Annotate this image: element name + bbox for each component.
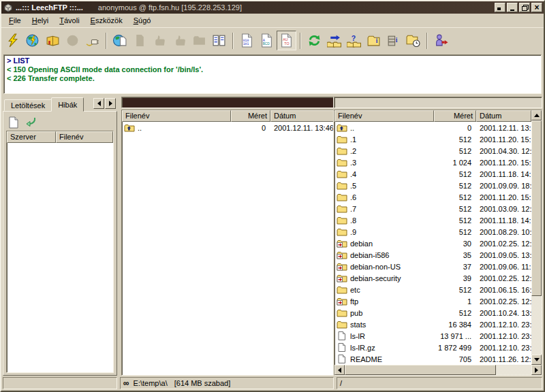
remote-column-meret[interactable]: Méret: [434, 110, 476, 122]
globe-file-icon: [113, 33, 127, 48]
menu-helyi[interactable]: Helyi: [27, 15, 54, 27]
file-row[interactable]: ..02001.12.11. 13:: [334, 122, 531, 133]
file-row[interactable]: ftp12001.02.25. 12:: [334, 295, 531, 307]
auto-mode-button[interactable]: AUTO: [277, 31, 296, 50]
up-folder-icon: [124, 123, 135, 132]
remote-column-filenev[interactable]: Filenév: [334, 110, 434, 122]
vertical-scrollbar-track[interactable]: [531, 296, 542, 355]
folder-icon: [337, 135, 347, 144]
local-column-datum[interactable]: Dátum: [270, 110, 334, 122]
file-row[interactable]: .45122001.11.18. 14:: [334, 168, 531, 180]
find-button[interactable]: ?: [344, 31, 364, 50]
server-info-button[interactable]: i: [384, 31, 403, 50]
file-date: 2001.12.10. 23:: [476, 344, 531, 352]
horizontal-scrollbar[interactable]: [334, 365, 542, 375]
scroll-right-button[interactable]: [531, 365, 542, 375]
file-date: 2001.11.26. 12:: [476, 355, 531, 363]
logout-button[interactable]: [431, 31, 451, 50]
split-download-button[interactable]: [209, 31, 229, 50]
file-row[interactable]: .31 0242001.11.20. 15:: [334, 157, 531, 168]
error-list[interactable]: Szerver Filenév: [6, 131, 114, 373]
scroll-left-button[interactable]: [334, 365, 345, 375]
menu-file[interactable]: File: [3, 15, 27, 27]
folder-info-icon: i: [367, 33, 381, 48]
file-row[interactable]: ls-lR13 971 ...2001.12.10. 23:: [334, 330, 531, 342]
local-column-filenev[interactable]: Filenév: [122, 110, 231, 122]
file-row[interactable]: README7052001.11.26. 12:: [334, 353, 531, 365]
retry-arrow-icon[interactable]: [25, 116, 37, 129]
remote-file-rows[interactable]: ..02001.12.11. 13:.15122001.11.20. 15:.2…: [334, 122, 531, 365]
goto-dir-button[interactable]: [324, 31, 344, 50]
file-row[interactable]: debian-i586352001.09.05. 13:: [334, 249, 531, 261]
tab-scroll-right-button[interactable]: [105, 98, 116, 109]
file-row[interactable]: pub5122001.10.24. 13:: [334, 307, 531, 318]
ascii-mode-button[interactable]: ABCD: [257, 31, 277, 50]
tab-letoltesek[interactable]: Letöltések: [4, 99, 52, 111]
scroll-down-button[interactable]: [531, 355, 542, 365]
file-row[interactable]: .75122001.03.09. 12:: [334, 203, 531, 214]
close-icon: ×: [534, 4, 539, 11]
vertical-scrollbar[interactable]: [531, 110, 542, 365]
titlebar[interactable]: ...::: LeechFTP :::... anonymous @ ftp.f…: [1, 1, 544, 14]
new-document-icon[interactable]: [7, 116, 20, 129]
file-row[interactable]: etc5122001.06.15. 16:: [334, 284, 531, 295]
file-row[interactable]: .95122001.08.29. 10:: [334, 226, 531, 238]
rollup-button[interactable]: [495, 3, 505, 12]
file-row[interactable]: .55122001.09.09. 18:: [334, 180, 531, 191]
log-panel[interactable]: > LIST< 150 Opening ASCII mode data conn…: [3, 54, 542, 94]
restore-button[interactable]: [519, 3, 530, 12]
file-row[interactable]: .15122001.11.20. 15:: [334, 133, 531, 145]
file-row[interactable]: .85122001.11.18. 14:: [334, 214, 531, 226]
vertical-scrollbar-thumb[interactable]: [531, 120, 542, 296]
file-row[interactable]: ls-lR.gz1 872 4992001.12.10. 23:: [334, 342, 531, 353]
menu-tavoli[interactable]: Távoli: [54, 15, 84, 27]
file-row[interactable]: stats16 3842001.12.10. 23:: [334, 318, 531, 330]
svg-text:TO: TO: [284, 42, 289, 46]
file-date: 2001.03.09. 12:: [476, 205, 531, 213]
remote-file-list[interactable]: Filenév Méret Dátum ..02001.12.11. 13:.1…: [334, 110, 542, 376]
folder-icon: [337, 320, 347, 329]
file-row[interactable]: debian302001.02.25. 12:: [334, 238, 531, 249]
file-size: 512: [434, 193, 476, 201]
local-path-bar[interactable]: [121, 97, 334, 108]
transfer-button[interactable]: [110, 31, 130, 50]
menu-sugo[interactable]: Súgó: [128, 15, 157, 27]
file-row[interactable]: .25122001.04.30. 12:: [334, 145, 531, 157]
horizontal-scrollbar-thumb[interactable]: [345, 365, 496, 375]
horizontal-scrollbar-track[interactable]: [496, 365, 531, 375]
column-header-filenev[interactable]: Filenév: [56, 131, 113, 143]
menu-eszkozok[interactable]: Eszközök: [85, 15, 128, 27]
file-date: 2001.11.20. 15:: [476, 135, 531, 144]
local-file-list[interactable]: Filenév Méret Dátum ..02001.12.11. 13:46: [121, 110, 334, 376]
folder-gray-icon: [192, 33, 206, 48]
left-arrow-icon: [97, 101, 101, 106]
file-name: .9: [350, 228, 356, 236]
file-name: .6: [350, 193, 356, 201]
scroll-up-button[interactable]: [531, 110, 542, 120]
file-date: 2001.11.20. 15:: [476, 159, 531, 167]
fast-connect-button[interactable]: [3, 31, 23, 50]
file-row[interactable]: ..02001.12.11. 13:46: [122, 122, 333, 133]
remote-path-bar[interactable]: [334, 97, 542, 108]
remote-column-datum[interactable]: Dátum: [476, 110, 531, 122]
dir-info-button[interactable]: i: [364, 31, 384, 50]
file-size: 512: [434, 286, 476, 294]
column-header-szerver[interactable]: Szerver: [7, 131, 56, 143]
tab-scroll-left-button[interactable]: [93, 98, 104, 109]
minimize-button[interactable]: [507, 3, 518, 12]
error-list-body[interactable]: [7, 143, 113, 372]
local-column-meret[interactable]: Méret: [231, 110, 270, 122]
file-row[interactable]: debian-security392001.02.25. 12:: [334, 272, 531, 284]
binary-mode-button[interactable]: 010101: [237, 31, 257, 50]
dir-history-button[interactable]: [403, 31, 423, 50]
file-row[interactable]: debian-non-US372001.09.06. 11:: [334, 261, 531, 272]
connect-button[interactable]: [23, 31, 43, 50]
tab-hibak[interactable]: Hibák: [51, 97, 84, 112]
disconnect-button[interactable]: [82, 31, 102, 50]
bookmarks-button[interactable]: [43, 31, 63, 50]
file-row[interactable]: .65122001.11.20. 15:: [334, 191, 531, 203]
close-button[interactable]: ×: [531, 3, 542, 12]
local-file-rows[interactable]: ..02001.12.11. 13:46: [122, 122, 333, 375]
refresh-button[interactable]: [305, 31, 324, 50]
folder-icon: [337, 146, 347, 155]
